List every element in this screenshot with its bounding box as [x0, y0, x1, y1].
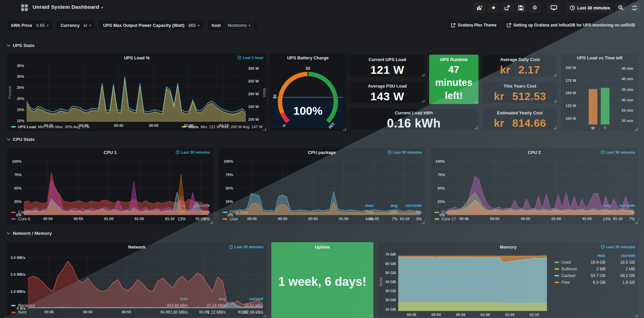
variable-label: Currency — [60, 23, 80, 28]
stat-value: kr 814.66 — [483, 116, 557, 130]
panel-title[interactable]: Current Load kWh — [350, 108, 478, 116]
chart-area[interactable]: 70 GB60 GB50 GB40 GB30 GB20 GB10 GB00:45… — [378, 251, 550, 318]
section-cpu-stats[interactable]: CPU Stats — [7, 137, 35, 142]
svg-text:3.0 MB/s: 3.0 MB/s — [10, 256, 26, 260]
cycle-view-button[interactable] — [548, 3, 560, 13]
external-link-icon — [507, 23, 511, 28]
chevron-down-icon: ▾ — [198, 23, 199, 27]
series-color-dash — [554, 275, 559, 276]
dashboard-title[interactable]: Unraid System Dashboard▾ — [33, 4, 103, 10]
time-range-picker[interactable]: Last 30 minutes — [567, 3, 613, 13]
chart-area[interactable]: 100%75%50%25%0%00:5000:5501:0001:0501:10… — [7, 156, 213, 203]
zoom-out-button[interactable] — [615, 3, 627, 13]
stat-value: 0.16 kWh — [350, 116, 478, 130]
variable-label: UPS Max Output Power Capacity (Watt) — [103, 23, 184, 28]
svg-text:00:50: 00:50 — [431, 313, 441, 317]
legend-sort-max[interactable]: max — [576, 253, 605, 258]
panel-title[interactable]: Memory — [378, 243, 638, 251]
legend-series-toggle[interactable]: Cached — [554, 273, 576, 278]
panel-title[interactable]: UPS Load vs Time left — [561, 53, 638, 61]
panel-time-range[interactable]: Last 30 minutes — [601, 150, 635, 154]
external-link-icon — [451, 23, 455, 28]
svg-text:Bytes: Bytes — [379, 277, 383, 286]
panel-time-range[interactable]: Last 1 hour — [237, 56, 264, 60]
save-button[interactable] — [515, 3, 527, 13]
section-network-memory[interactable]: Network / Memory — [7, 231, 52, 236]
gauge-area[interactable]: 02050100100% — [269, 61, 347, 131]
panel-title[interactable]: Network — [7, 243, 267, 251]
panel-title[interactable]: Estimated Yearly Cost — [483, 108, 557, 116]
panel-time-range[interactable]: Last 30 minutes — [229, 245, 264, 249]
svg-text:00:50: 00:50 — [278, 217, 287, 221]
svg-text:50%: 50% — [438, 186, 445, 190]
panel-current-load-kwh: Current Load kWh 0.16 kWh — [349, 108, 478, 130]
svg-text:Percent: Percent — [8, 86, 12, 99]
svg-text:00:45: 00:45 — [407, 313, 416, 317]
series-color-dash — [554, 268, 559, 270]
section-ups-stats[interactable]: UPS Stats — [7, 43, 35, 48]
panel-title[interactable]: UPS Runtime — [429, 55, 478, 63]
svg-text:100 W: 100 W — [565, 116, 576, 120]
svg-text:00:50: 00:50 — [43, 217, 52, 221]
chart-area[interactable]: 3.0 MB/s2.0 MB/s1.0 MB/s0 B/s00:4500:500… — [7, 251, 267, 296]
svg-text:01:05: 01:05 — [505, 313, 514, 317]
legend-series-toggle[interactable]: Used — [554, 260, 576, 265]
variable-value-dropdown[interactable]: kr▾ — [84, 23, 91, 28]
panel-time-range[interactable]: Last 30 minutes — [176, 150, 210, 154]
panel-title[interactable]: UPS Load % — [7, 53, 267, 61]
legend-row: Cached50.7 GB49.2 GB — [554, 272, 635, 279]
svg-text:00:40: 00:40 — [114, 123, 123, 127]
panel-title[interactable]: UPS Battery Charge — [269, 53, 347, 61]
svg-text:60 GB: 60 GB — [385, 262, 396, 266]
legend-sort-current[interactable]: current — [605, 253, 635, 258]
legend-series-toggle[interactable]: Buffered — [554, 267, 577, 271]
stat-value: 143 W — [350, 90, 425, 103]
variable-value-dropdown[interactable]: 865▾ — [188, 23, 199, 28]
svg-text:00:55: 00:55 — [308, 217, 318, 221]
legend-series-toggle[interactable]: Free — [554, 280, 576, 285]
svg-text:T: T — [604, 126, 606, 130]
chart-area[interactable]: 200 W175 W150 W125 W100 W45 min40 min35 … — [561, 61, 638, 131]
panel-title[interactable]: Average PSU Load — [350, 82, 425, 90]
svg-text:20 GB: 20 GB — [385, 298, 396, 302]
panel-time-range[interactable]: Last 30 minutes — [387, 150, 422, 154]
svg-text:01:00: 01:00 — [339, 217, 348, 221]
svg-text:50: 50 — [306, 66, 310, 71]
refresh-button[interactable] — [629, 3, 641, 13]
star-button[interactable]: ★ — [488, 3, 500, 13]
variable-value-dropdown[interactable]: Nostromo▾ — [225, 21, 254, 29]
panel-title[interactable]: Average Daily Cost — [483, 55, 557, 63]
share-icon — [504, 5, 510, 10]
svg-text:100%: 100% — [12, 159, 21, 163]
variable-ups-max-output-power-capacity-watt-: UPS Max Output Power Capacity (Watt)865▾ — [99, 20, 204, 31]
dashboard-link[interactable]: Setting up Grafana and InfluxDB for UPS … — [503, 20, 639, 30]
dashboard-grid-icon[interactable] — [21, 4, 28, 11]
panel-time-range[interactable]: Last 30 minutes — [601, 245, 635, 249]
variable-kwh-price: kWh Price0.65▾ — [7, 20, 53, 31]
svg-text:75%: 75% — [226, 173, 233, 177]
svg-text:01:10: 01:10 — [530, 313, 539, 317]
chart-area[interactable]: 100%75%50%25%0%00:4500:5000:5501:0001:05… — [430, 156, 638, 203]
panel-title[interactable]: This Years Cost — [483, 82, 557, 90]
svg-text:Watts: Watts — [263, 88, 267, 97]
variable-value-dropdown[interactable]: 0.65▾ — [36, 23, 48, 28]
dashboard-link[interactable]: Grafana Plex Theme — [448, 20, 500, 30]
panel-title[interactable]: Current UPS Load — [350, 55, 425, 63]
chart-area[interactable]: 35%30%25%20%15%10%300 W250 W200 W150 W10… — [7, 61, 267, 124]
svg-text:00:50: 00:50 — [149, 123, 158, 127]
svg-text:100 W: 100 W — [248, 117, 259, 121]
svg-text:70 GB: 70 GB — [385, 252, 396, 256]
add-panel-button[interactable] — [474, 3, 486, 13]
svg-text:01:00: 01:00 — [160, 310, 170, 314]
star-icon: ★ — [491, 5, 496, 10]
share-button[interactable] — [501, 3, 513, 13]
panel-ups-load-vs-time-left: UPS Load vs Time left 200 W175 W150 W125… — [561, 53, 639, 131]
svg-text:100%: 100% — [293, 104, 323, 117]
legend-value: 6.3 GB — [576, 280, 605, 285]
clock-icon — [229, 245, 233, 249]
settings-button[interactable]: ⚙ — [529, 3, 541, 13]
legend-value: 16.5 GB — [605, 260, 635, 265]
monitor-icon — [551, 5, 557, 10]
panel-title[interactable]: Uptime — [272, 243, 373, 251]
chart-area[interactable]: 100%75%50%25%0%00:4500:5000:5501:0001:05… — [219, 156, 425, 203]
